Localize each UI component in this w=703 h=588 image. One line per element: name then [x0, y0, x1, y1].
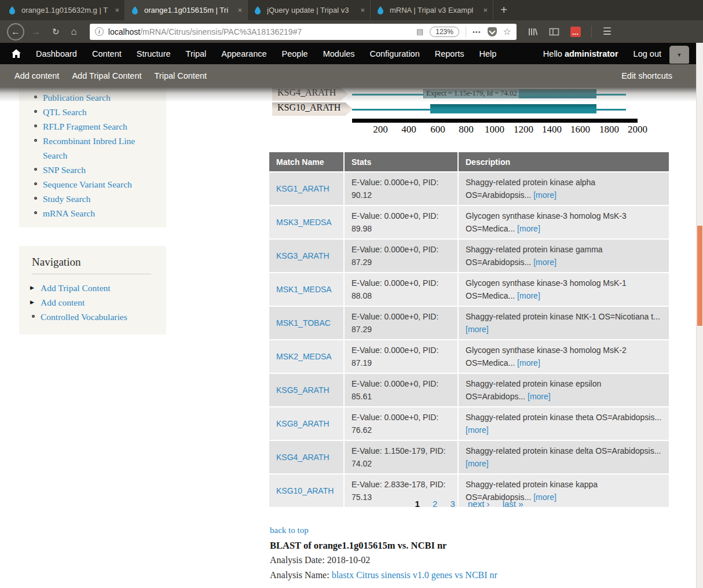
sidebar-search-link[interactable]: Sequence Variant Search	[43, 179, 132, 189]
match-name-link[interactable]: KSG5_ARATH	[276, 385, 329, 395]
reload-button[interactable]: ↻	[47, 27, 64, 37]
axis-tick-label: 400	[389, 124, 429, 135]
tab-close-icon[interactable]: ×	[115, 6, 119, 14]
sidebar-nav-link[interactable]: Add Tripal Content	[41, 283, 111, 293]
admin-home-icon[interactable]	[12, 49, 21, 58]
back-button[interactable]: ←	[7, 23, 24, 41]
hit-bar[interactable]: Expect = 1.15e-179, Id = 74.02	[423, 89, 596, 98]
more-link[interactable]: [more]	[466, 459, 489, 468]
sidebar-search-link[interactable]: Recombinant Inbred Line Search	[43, 136, 135, 160]
admin-menu-item[interactable]: People	[282, 49, 308, 58]
browser-tab[interactable]: orange1.1g015632m.g | T ×	[2, 0, 125, 20]
sidebar-search-link[interactable]: Publication Search	[43, 93, 111, 102]
sidebar-search-block: Publication Search QTL Search RFLP Fragm…	[19, 87, 166, 227]
tab-close-icon[interactable]: ×	[237, 6, 242, 14]
match-name-link[interactable]: MSK1_MEDSA	[276, 285, 332, 294]
admin-menu-item[interactable]: Structure	[137, 49, 171, 58]
site-info-icon[interactable]: i	[95, 27, 104, 36]
match-name-link[interactable]: MSK2_MEDSA	[276, 352, 332, 361]
sidebar-search-link[interactable]: Study Search	[43, 194, 90, 204]
bullet-icon	[30, 295, 34, 310]
next-page-link[interactable]: next ›	[468, 499, 490, 509]
sidebar-search-link[interactable]: RFLP Fragment Search	[43, 122, 127, 131]
sidebar-search-item: Publication Search	[34, 90, 159, 105]
more-link[interactable]: [more]	[528, 392, 551, 401]
shortcut-link[interactable]: Add Tripal Content	[72, 71, 141, 80]
match-name-link[interactable]: KSG4_ARATH	[276, 453, 329, 462]
pocket-icon[interactable]	[488, 27, 497, 36]
browser-tab[interactable]: jQuery update | Tripal v3 ×	[248, 0, 371, 20]
tab-close-icon[interactable]: ×	[483, 6, 488, 14]
reader-mode-icon[interactable]: ▤	[416, 27, 423, 36]
circle-bullet-icon	[34, 124, 37, 127]
menu-icon[interactable]: ☰	[603, 25, 612, 38]
logout-link[interactable]: Log out	[634, 49, 661, 58]
tab-close-icon[interactable]: ×	[360, 6, 365, 14]
analysis-date-value: 2018-10-02	[327, 555, 371, 565]
bullet-icon	[30, 281, 34, 295]
admin-menu-item[interactable]: Configuration	[369, 49, 419, 58]
edit-shortcuts-link[interactable]: Edit shortcuts	[621, 71, 672, 80]
sidebar-nav-item: Add Tripal Content	[32, 281, 156, 295]
sidebar-nav-link[interactable]: Add content	[41, 297, 85, 307]
stats-cell: E-Value: 0.000e+0, PID: 88.08	[343, 272, 457, 306]
admin-menu-item[interactable]: Dashboard	[36, 49, 77, 58]
shortcut-link[interactable]: Tripal Content	[155, 71, 207, 80]
admin-menu-item[interactable]: Help	[479, 49, 497, 58]
url-path: /mRNA/Citrus/sinensis/PAC%3A18136219#7	[140, 27, 302, 36]
stats-cell: E-Value: 1.150e-179, PID: 74.02	[343, 440, 457, 473]
more-link[interactable]: [more]	[533, 258, 556, 267]
page-actions-icon[interactable]: •••	[473, 28, 481, 35]
axis-tick-label: 2000	[617, 124, 658, 135]
sidebar-search-link[interactable]: QTL Search	[43, 107, 87, 117]
match-name-link[interactable]: KSG8_ARATH	[276, 419, 329, 428]
page-link[interactable]: 2	[433, 499, 437, 509]
new-tab-button[interactable]: +	[493, 0, 514, 20]
toolbar-toggle-button[interactable]: ▼	[669, 46, 689, 64]
sidebar-search-link[interactable]: mRNA Search	[43, 208, 95, 218]
sidebar-toggle-icon[interactable]	[549, 27, 559, 36]
match-name-link[interactable]: KSG3_ARATH	[276, 251, 329, 260]
column-header-match-name: Match Name	[269, 152, 343, 171]
extension-icon[interactable]: •••	[570, 27, 581, 37]
more-link[interactable]: [more]	[466, 425, 489, 435]
shortcut-link[interactable]: Add content	[14, 71, 59, 80]
match-name-link[interactable]: MSK1_TOBAC	[276, 318, 331, 328]
admin-menu-item[interactable]: Tripal	[186, 49, 207, 58]
page-scrollbar[interactable]	[696, 43, 703, 588]
circle-bullet-icon	[34, 168, 37, 171]
sidebar-search-link[interactable]: SNP Search	[43, 165, 86, 175]
match-name-link[interactable]: KSG10_ARATH	[276, 486, 334, 495]
analysis-name-link[interactable]: blastx Citrus sinensis v1.0 genes vs NCB…	[332, 570, 497, 580]
more-link[interactable]: [more]	[466, 325, 489, 334]
browser-tab[interactable]: orange1.1g015615m | Tri ×	[125, 0, 248, 20]
admin-menu-item[interactable]: Modules	[323, 49, 355, 58]
admin-menu-item[interactable]: Content	[92, 49, 122, 58]
scrollbar-thumb[interactable]	[697, 226, 702, 326]
page-link[interactable]: 3	[450, 499, 455, 509]
forward-button[interactable]: →	[27, 27, 45, 37]
stats-cell: E-Value: 0.000e+0, PID: 87.29	[343, 238, 457, 272]
more-link[interactable]: [more]	[533, 190, 556, 200]
zoom-level-badge[interactable]: 123%	[430, 27, 459, 37]
library-icon[interactable]	[528, 27, 538, 36]
match-name-link[interactable]: KSG1_ARATH	[276, 184, 329, 193]
browser-tab[interactable]: mRNA | Tripal v3 Exampl ×	[371, 0, 493, 20]
more-link[interactable]: [more]	[517, 224, 540, 233]
url-bar[interactable]: i localhost/mRNA/Citrus/sinensis/PAC%3A1…	[90, 24, 517, 40]
more-link[interactable]: [more]	[517, 358, 540, 368]
sidebar-nav-link[interactable]: Controlled Vocabularies	[41, 312, 127, 322]
more-link[interactable]: [more]	[517, 291, 540, 300]
admin-menu-item[interactable]: Reports	[435, 49, 464, 58]
sidebar-search-item: Recombinant Inbred Line Search	[34, 134, 159, 163]
last-page-link[interactable]: last »	[503, 499, 523, 509]
back-to-top-link[interactable]: back to top	[270, 525, 309, 535]
home-button[interactable]: ⌂	[67, 26, 82, 38]
match-name-link[interactable]: MSK3_MEDSA	[276, 218, 332, 227]
axis-tick-label: 1600	[560, 124, 601, 135]
hit-bar[interactable]	[430, 104, 596, 113]
description-text: Shaggy-related protein kinase alpha OS=A…	[466, 178, 595, 200]
bookmark-star-icon[interactable]: ☆	[503, 26, 511, 37]
admin-menu-item[interactable]: Appearance	[221, 49, 266, 58]
axis-tick-label: 200	[360, 124, 401, 135]
